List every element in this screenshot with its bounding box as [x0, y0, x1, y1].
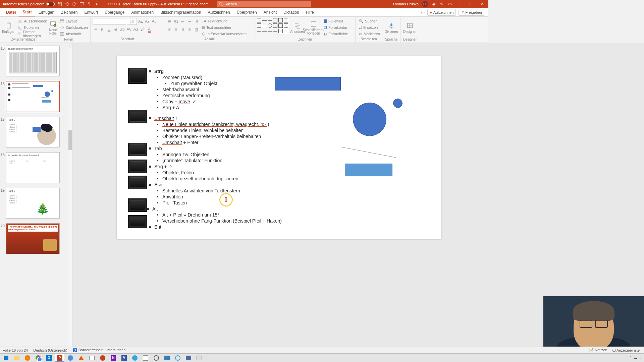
thumb-19[interactable]: 19 Fakt 3 • Details 1• Details 2• Detail…: [0, 188, 68, 219]
shape-fill-button[interactable]: Fülleffekt: [322, 18, 350, 24]
record-button[interactable]: ●Aufzeichnen: [427, 9, 456, 16]
columns-button[interactable]: ▥: [193, 26, 199, 33]
alt-move: Verschieben ohne Fang-Funktion (Beispiel…: [162, 218, 282, 224]
numbering-button[interactable]: ≡1: [173, 18, 179, 24]
slide-canvas[interactable]: Strg Zoomen (Mausrad) Zum gewählten Obje…: [72, 43, 488, 274]
select-button[interactable]: ▭Markieren: [358, 31, 381, 37]
maximize-button[interactable]: □: [467, 0, 475, 8]
tab-insert[interactable]: Einfügen: [35, 8, 58, 16]
tab-start[interactable]: Start: [19, 8, 35, 16]
present-icon[interactable]: [79, 2, 84, 6]
reset-button[interactable]: Zurücksetzen: [58, 24, 89, 31]
user-name[interactable]: Thomas Hruska: [392, 2, 419, 6]
highlight-button[interactable]: 🖍: [140, 26, 146, 33]
smartart-button[interactable]: ⬡In SmartArt konvertieren: [201, 31, 248, 37]
thumb-16[interactable]: 16: [0, 81, 68, 112]
tab-record[interactable]: Aufzeichnen: [205, 8, 233, 16]
font-size-input[interactable]: [127, 18, 137, 25]
shrink-font-icon[interactable]: A▾: [144, 18, 150, 24]
touch-mouse-icon[interactable]: [87, 2, 92, 6]
align-center-button[interactable]: ≡: [173, 26, 179, 33]
quick-styles-button[interactable]: Schnellformat-vorlagen: [306, 18, 321, 38]
tab-help[interactable]: Hilfe: [303, 8, 317, 16]
comments-icon[interactable]: ▭: [421, 10, 425, 15]
dictate-button[interactable]: Diktieren: [384, 18, 398, 38]
thumb-17[interactable]: 17 Fakt 2 • Details 1• Details 2• Detail…: [0, 117, 68, 147]
thumb-18[interactable]: 18 Schnelle Textfeld Auswahl text textte…: [0, 152, 68, 183]
italic-button[interactable]: K: [99, 26, 105, 33]
autosave-toggle[interactable]: Automatisches Speichern: [3, 2, 55, 6]
cut-button[interactable]: Ausschneiden: [16, 18, 48, 24]
grow-font-icon[interactable]: A▴: [138, 18, 144, 24]
replace-button[interactable]: ⇄Ersetzen: [358, 24, 381, 31]
toggle-off-icon[interactable]: [46, 2, 55, 6]
pen-icon[interactable]: ✎: [439, 2, 444, 6]
undo-icon[interactable]: [65, 2, 69, 6]
shape-line[interactable]: [340, 145, 396, 159]
spacing-button[interactable]: AV: [126, 26, 132, 33]
clear-format-icon[interactable]: Aₓ: [151, 18, 157, 24]
diamond-icon[interactable]: ◈: [431, 2, 436, 6]
close-button[interactable]: ✕: [478, 0, 486, 8]
search-input[interactable]: Suchen: [217, 1, 311, 7]
bullets-button[interactable]: ≡•: [166, 18, 172, 24]
shape-circle-large[interactable]: [353, 103, 386, 136]
tab-transitions[interactable]: Übergänge: [101, 8, 128, 16]
strike-button[interactable]: S: [113, 26, 119, 33]
svg-point-4: [220, 3, 222, 5]
tab-slideshow[interactable]: Bildschirmpräsentation: [157, 8, 204, 16]
shape-circle-small[interactable]: [393, 99, 402, 108]
tab-view[interactable]: Ansicht: [260, 8, 280, 16]
tab-review[interactable]: Überprüfen: [233, 8, 260, 16]
align-right-button[interactable]: ≡: [180, 26, 186, 33]
key-ctrl-icon: [128, 68, 147, 84]
tab-draw[interactable]: Zeichnen: [58, 8, 81, 16]
layout-label: Layout: [66, 19, 77, 23]
minimize-button[interactable]: ─: [455, 0, 464, 8]
line-spacing-button[interactable]: ↕≡: [193, 18, 199, 24]
slide-text-body: Strg Zoomen (Mausrad) Zum gewählten Obje…: [149, 68, 282, 230]
tab-animations[interactable]: Animationen: [128, 8, 157, 16]
bold-button[interactable]: F: [93, 26, 99, 33]
share-button[interactable]: ↗Freigeben: [459, 9, 484, 16]
align-left-button[interactable]: ≡: [166, 26, 172, 33]
font-family-input[interactable]: [93, 18, 126, 25]
thumbs-scrollbar[interactable]: [68, 43, 72, 274]
tab-design[interactable]: Entwurf: [81, 8, 101, 16]
tab-file[interactable]: Datei: [3, 8, 19, 16]
save-icon[interactable]: [57, 2, 62, 6]
shadow-button[interactable]: ab: [119, 26, 125, 33]
shape-rectangle-1[interactable]: [275, 77, 341, 90]
tab-dictation[interactable]: Dictation: [280, 8, 303, 16]
thumb-15[interactable]: 15 Tastenkombinationen: [0, 46, 68, 76]
text-direction-button[interactable]: ↕ATextrichtung: [201, 18, 248, 24]
font-color-button[interactable]: A: [146, 26, 152, 33]
qat-more-icon[interactable]: ▾: [94, 2, 99, 6]
layout-button[interactable]: Layout: [58, 18, 89, 24]
shape-outline-button[interactable]: Formkontur: [322, 24, 350, 31]
svg-rect-10: [20, 27, 22, 29]
shape-effects-button[interactable]: ◐Formeffekte: [322, 31, 350, 37]
user-avatar[interactable]: TH: [422, 1, 428, 7]
paste-button[interactable]: Einfügen: [2, 18, 15, 38]
designer-button[interactable]: Designer: [402, 18, 417, 38]
redo-icon[interactable]: [72, 2, 77, 6]
find-button[interactable]: 🔍Suchen: [358, 18, 381, 24]
scrollbar-thumb[interactable]: [68, 130, 72, 150]
window-icon[interactable]: ▭: [447, 2, 452, 6]
shapes-gallery[interactable]: [257, 18, 289, 34]
outdent-button[interactable]: ⇤: [180, 18, 186, 24]
indent-button[interactable]: ⇥: [186, 18, 193, 24]
format-painter-button[interactable]: Format übertragen: [16, 31, 48, 37]
underline-button[interactable]: U: [106, 26, 112, 33]
new-slide-button[interactable]: Neue Folie: [49, 18, 57, 38]
section-button[interactable]: Abschnitt: [58, 31, 89, 37]
strg-a: Strg + A: [162, 105, 179, 110]
slide: Strg Zoomen (Mausrad) Zum gewählten Obje…: [117, 56, 441, 239]
shape-rectangle-2[interactable]: [345, 164, 392, 176]
justify-button[interactable]: ≡: [186, 26, 193, 33]
svg-point-3: [88, 2, 90, 4]
case-button[interactable]: Aa: [133, 26, 139, 33]
thumb-20[interactable]: 20 They went to Sahara... You wouldn´t b…: [0, 223, 68, 254]
text-align-button[interactable]: ⊟Text ausrichten: [201, 24, 248, 31]
